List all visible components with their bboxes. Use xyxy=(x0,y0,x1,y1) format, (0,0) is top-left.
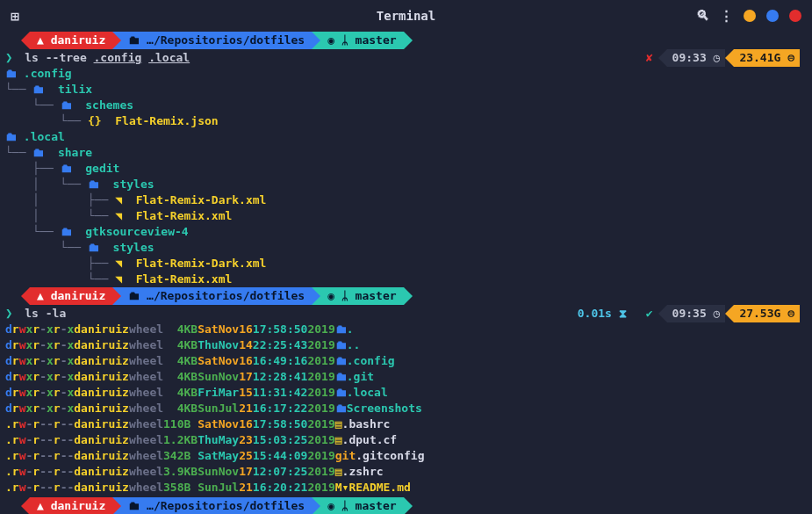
time: 16:49:16 xyxy=(253,353,308,369)
prompt-user: daniruiz xyxy=(51,498,106,514)
prompt-line-3: ▲ daniruiz 🖿 …/Repositorios/dotfiles ◉ ᛦ… xyxy=(5,497,807,514)
group: wheel xyxy=(129,416,163,432)
size-unit: KB xyxy=(184,385,198,401)
file-size: 4 xyxy=(163,401,183,416)
prompt-branch: master xyxy=(356,33,397,48)
size-unit: KB xyxy=(184,464,198,480)
group: wheel xyxy=(129,464,163,480)
time: 12:28:41 xyxy=(253,369,308,385)
weekday: Sun xyxy=(198,464,218,480)
group: wheel xyxy=(129,322,163,337)
owner: daniruiz xyxy=(74,448,129,464)
day: 14 xyxy=(239,337,253,353)
tree-output: └── ◥ Flat-Remix.xml xyxy=(5,271,807,287)
command-arg: .config xyxy=(94,51,142,64)
prompt-symbol: ❯ xyxy=(5,50,12,64)
arch-icon: ▲ xyxy=(37,33,44,48)
filename: .zshrc xyxy=(342,464,384,480)
listing-row: drwxr-xr-x daniruiz wheel 4 KB Sun Jul 2… xyxy=(5,401,807,416)
permissions: drwxr-xr-x xyxy=(5,322,74,337)
month: Nov xyxy=(219,369,239,385)
prompt-symbol: ❯ xyxy=(5,306,12,320)
branch-icon: ᛦ xyxy=(341,33,349,48)
github-icon: ◉ xyxy=(327,288,334,304)
year: 2019 xyxy=(307,322,334,337)
time: 16:20:21 xyxy=(253,480,308,496)
file-size: 4 xyxy=(163,353,183,369)
search-icon[interactable]: 🔍︎ xyxy=(696,8,709,24)
size-unit: B xyxy=(184,448,198,464)
weekday: Sat xyxy=(198,322,218,337)
owner: daniruiz xyxy=(74,385,129,401)
maximize-button[interactable] xyxy=(766,10,779,22)
size-unit: KB xyxy=(184,337,198,353)
month: May xyxy=(219,448,239,464)
group: wheel xyxy=(129,385,163,401)
day: 23 xyxy=(239,432,253,448)
day: 17 xyxy=(239,464,253,480)
arch-icon: ▲ xyxy=(37,288,44,304)
size-unit: KB xyxy=(184,401,198,416)
permissions: .rw-r--r-- xyxy=(5,480,74,496)
tree-output: └── 🖿 styles xyxy=(5,240,807,256)
year: 2019 xyxy=(307,369,334,385)
prompt-line-1: ▲ daniruiz 🖿 …/Repositorios/dotfiles ◉ ᛦ… xyxy=(5,32,807,49)
weekday: Sun xyxy=(198,369,218,385)
permissions: .rw-r--r-- xyxy=(5,432,74,448)
filename: .local xyxy=(347,385,388,401)
arch-icon: ▲ xyxy=(37,498,44,514)
prompt-path: …/Repositorios/dotfiles xyxy=(147,33,305,48)
day: 25 xyxy=(239,448,253,464)
year: 2019 xyxy=(307,416,334,432)
time: 15:03:25 xyxy=(253,432,308,448)
day: 16 xyxy=(239,353,253,369)
listing-row: .rw-r--r-- daniruiz wheel 358 B Sun Jul … xyxy=(5,480,807,496)
tree-output: ├── 🖿 gedit xyxy=(5,161,807,177)
new-tab-icon[interactable]: ⊞ xyxy=(11,8,19,25)
prompt-path: …/Repositorios/dotfiles xyxy=(147,288,305,304)
hourglass-icon: ⧗ xyxy=(619,306,627,322)
owner: daniruiz xyxy=(74,322,129,337)
time: 16:17:22 xyxy=(253,401,308,416)
minimize-button[interactable] xyxy=(744,10,756,22)
error-icon: ✘ xyxy=(646,50,653,66)
month: Nov xyxy=(219,464,239,480)
close-button[interactable] xyxy=(789,10,801,22)
terminal-output[interactable]: ▲ daniruiz 🖿 …/Repositorios/dotfiles ◉ ᛦ… xyxy=(0,32,812,514)
listing-row: .rw-r--r-- daniruiz wheel 342 B Sat May … xyxy=(5,448,807,464)
weekday: Thu xyxy=(198,337,218,353)
year: 2019 xyxy=(307,337,334,353)
status-time: 09:35 xyxy=(672,306,707,322)
month: Mar xyxy=(219,385,239,401)
filename: .bashrc xyxy=(342,416,391,432)
day: 15 xyxy=(239,385,253,401)
owner: daniruiz xyxy=(74,480,129,496)
github-icon: ◉ xyxy=(327,498,334,514)
listing-row: drwxr-xr-x daniruiz wheel 4 KB Fri Mar 1… xyxy=(5,385,807,401)
time: 22:25:43 xyxy=(253,337,308,353)
tree-output: │ ├── ◥ Flat-Remix-Dark.xml xyxy=(5,192,807,208)
time: 17:58:50 xyxy=(253,416,308,432)
day: 16 xyxy=(239,416,253,432)
filename: Screenshots xyxy=(347,401,422,416)
prompt-line-2: ▲ daniruiz 🖿 …/Repositorios/dotfiles ◉ ᛦ… xyxy=(5,287,807,305)
owner: daniruiz xyxy=(74,353,129,369)
tree-output: 🖿 .config xyxy=(5,66,807,82)
folder-icon: 🖿 xyxy=(128,498,140,514)
permissions: .rw-r--r-- xyxy=(5,448,74,464)
month: Nov xyxy=(219,337,239,353)
disk-icon: ⊜ xyxy=(787,50,794,66)
prompt-user: daniruiz xyxy=(51,288,106,304)
folder-icon: 🖿 xyxy=(128,33,140,48)
filename: . xyxy=(347,322,354,337)
tree-output: └── 🖿 share xyxy=(5,145,807,161)
menu-icon[interactable]: ⋮ xyxy=(720,8,733,24)
day: 17 xyxy=(239,369,253,385)
branch-icon: ᛦ xyxy=(341,288,349,304)
listing-row: drwxr-xr-x daniruiz wheel 4 KB Thu Nov 1… xyxy=(5,337,807,353)
prompt-user: daniruiz xyxy=(51,33,106,48)
year: 2019 xyxy=(307,480,334,496)
owner: daniruiz xyxy=(74,432,129,448)
month: May xyxy=(219,432,239,448)
prompt-branch: master xyxy=(356,288,397,304)
